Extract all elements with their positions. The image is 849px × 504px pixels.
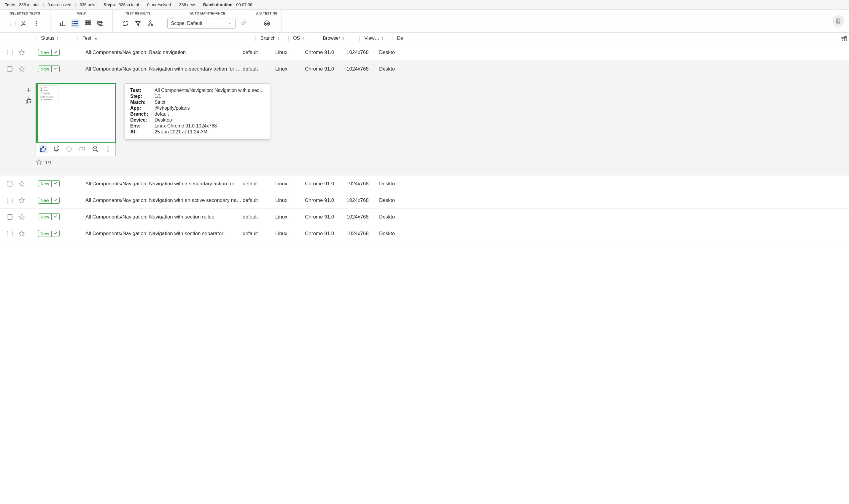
- step-count: 1/1: [45, 160, 52, 165]
- os-value: Linux: [275, 231, 305, 237]
- comments-view-icon[interactable]: [96, 19, 104, 28]
- browser-value: Chrome 91.0: [305, 197, 347, 203]
- viewport-value: 1024x768: [347, 214, 379, 220]
- assign-user-icon[interactable]: [20, 19, 28, 28]
- more-actions-icon[interactable]: [32, 19, 40, 28]
- zoom-add-icon[interactable]: [25, 86, 33, 94]
- viewport-value: 1024x768: [347, 66, 379, 72]
- refresh-icon[interactable]: [121, 19, 130, 28]
- device-value: Deskto: [379, 214, 397, 220]
- table-row[interactable]: New All Components/Navigation: Navigatio…: [0, 192, 849, 209]
- target-icon[interactable]: [65, 145, 73, 153]
- svg-point-6: [73, 25, 73, 25]
- svg-point-3: [36, 25, 37, 26]
- device-value: Deskto: [379, 66, 397, 72]
- row-star[interactable]: [14, 230, 29, 237]
- col-branch[interactable]: |Branch▲▼: [255, 36, 288, 41]
- table-row[interactable]: New All Components/Navigation: Navigatio…: [0, 209, 849, 225]
- region-icon[interactable]: [78, 145, 86, 153]
- branch-value: default: [243, 66, 275, 72]
- step-thumbnail[interactable]: 🏠 Home📦 Orders🏷 Products SALES CHANNELS …: [36, 83, 116, 143]
- svg-point-24: [67, 147, 71, 151]
- svg-point-2: [36, 23, 37, 24]
- row-star[interactable]: [14, 197, 29, 204]
- auto-maintenance-label: AUTO MAINTENANCE: [166, 12, 249, 15]
- os-value: Linux: [275, 197, 305, 203]
- ab-icon[interactable]: A/B: [263, 19, 271, 28]
- browser-value: Chrome 91.0: [305, 66, 347, 72]
- thumbs-up-icon[interactable]: [39, 145, 47, 153]
- step-tooltip: Test:All Components/Navigation: Navigati…: [125, 83, 270, 140]
- status-badge: New: [38, 214, 60, 220]
- select-all-checkbox[interactable]: [10, 21, 15, 26]
- table-row[interactable]: New All Components/Navigation: Basic nav…: [0, 44, 849, 61]
- step-actions: [36, 143, 116, 156]
- test-name: All Components/Navigation: Navigation wi…: [68, 231, 243, 237]
- zoom-in-icon[interactable]: [91, 145, 99, 153]
- os-value: Linux: [275, 214, 305, 220]
- row-checkbox[interactable]: [7, 181, 13, 186]
- steps-total: 336 in total: [119, 2, 139, 7]
- viewport-value: 1024x768: [347, 231, 379, 237]
- test-name: All Components/Navigation: Navigation wi…: [68, 214, 243, 220]
- row-star[interactable]: [14, 66, 29, 72]
- tests-label: Tests:: [5, 2, 17, 7]
- test-name: All Components/Navigation: Basic navigat…: [68, 50, 243, 55]
- row-checkbox[interactable]: [7, 214, 13, 220]
- row-checkbox[interactable]: [7, 231, 13, 236]
- table-row[interactable]: New All Components/Navigation: Navigatio…: [0, 225, 849, 242]
- status-badge: New: [38, 180, 60, 187]
- device-value: Deskto: [379, 181, 397, 187]
- test-name: All Components/Navigation: Navigation wi…: [68, 197, 243, 203]
- status-badge: New: [38, 197, 60, 204]
- col-browser[interactable]: |Browser▲▼: [317, 36, 359, 41]
- col-os[interactable]: |OS▲▼: [288, 36, 317, 41]
- col-device[interactable]: |De: [392, 36, 409, 41]
- scope-value: Scope: Default: [171, 21, 202, 26]
- step-more-icon[interactable]: [104, 145, 112, 153]
- svg-rect-7: [85, 21, 87, 22]
- batch-duration: 00:07:36: [236, 2, 252, 7]
- test-name: All Components/Navigation: Navigation wi…: [68, 66, 243, 72]
- table-row[interactable]: New All Components/Navigation: Navigatio…: [0, 176, 849, 192]
- expanded-panel: 🏠 Home📦 Orders🏷 Products SALES CHANNELS …: [0, 77, 849, 176]
- thumbs-down-icon[interactable]: [53, 145, 60, 153]
- steps-unresolved: 0 unresolved: [147, 2, 171, 7]
- row-checkbox[interactable]: [7, 50, 13, 55]
- branch-value: default: [243, 214, 275, 220]
- row-star[interactable]: [14, 214, 29, 220]
- run-maintenance-icon[interactable]: [240, 19, 248, 28]
- branch-value: default: [243, 181, 275, 187]
- grid-view-icon[interactable]: [84, 19, 92, 28]
- column-headers: |Status▲▼ |Test▲ |Branch▲▼ |OS▲▼ |Browse…: [0, 33, 849, 44]
- col-test[interactable]: |Test▲: [77, 36, 255, 41]
- tests-unresolved: 0 unresolved: [48, 2, 71, 7]
- row-star[interactable]: [14, 181, 29, 187]
- os-value: Linux: [275, 50, 305, 55]
- list-view-icon[interactable]: [71, 19, 79, 28]
- thumbs-up-side-icon[interactable]: [25, 97, 33, 105]
- test-name: All Components/Navigation: Navigation wi…: [68, 181, 243, 187]
- status-badge: New: [38, 66, 60, 72]
- group-icon[interactable]: [146, 19, 155, 28]
- column-config-icon[interactable]: [840, 35, 847, 43]
- row-star[interactable]: [14, 49, 29, 56]
- col-viewport[interactable]: |View…▲▼: [359, 36, 392, 41]
- col-status[interactable]: |Status▲▼: [36, 36, 77, 41]
- row-checkbox[interactable]: [7, 67, 13, 72]
- scope-select[interactable]: Scope: Default: [167, 18, 235, 29]
- row-checkbox[interactable]: [7, 198, 13, 203]
- chart-view-icon[interactable]: [59, 19, 67, 28]
- save-button[interactable]: [832, 15, 844, 27]
- device-value: Deskto: [379, 231, 397, 237]
- os-value: Linux: [275, 181, 305, 187]
- filter-icon[interactable]: [134, 19, 142, 28]
- table-row[interactable]: New All Components/Navigation: Navigatio…: [0, 61, 849, 77]
- step-star[interactable]: [36, 159, 42, 167]
- svg-rect-11: [87, 23, 89, 24]
- branch-value: default: [243, 197, 275, 203]
- svg-point-0: [22, 21, 25, 23]
- svg-rect-9: [89, 21, 91, 22]
- svg-point-15: [149, 21, 151, 22]
- svg-point-4: [73, 21, 73, 22]
